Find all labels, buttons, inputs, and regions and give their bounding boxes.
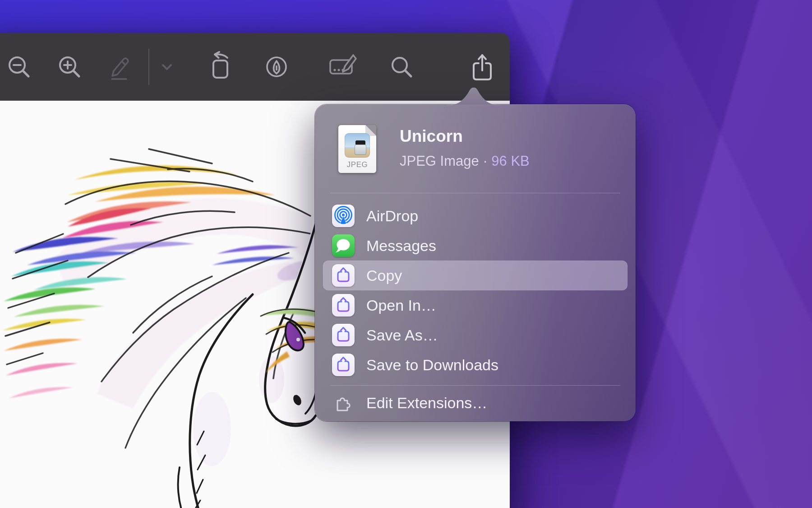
markup-button[interactable] [103,50,138,84]
messages-icon [332,234,355,257]
menu-item-copy[interactable]: Copy [323,261,627,290]
menu-item-label: AirDrop [366,207,418,225]
file-type-badge: JPEG [338,160,376,169]
file-thumbnail [345,133,370,158]
file-title: Unicorn [400,127,463,146]
annotate-pen-icon [260,51,293,83]
fill-sign-button[interactable] [324,50,358,84]
menu-item-airdrop[interactable]: AirDrop [323,201,627,231]
search-icon [387,52,416,81]
rotate-left-button[interactable] [203,50,237,84]
markup-options-button[interactable] [150,50,184,84]
share-button[interactable] [465,50,499,84]
chevron-down-icon [158,58,176,76]
menu-item-label: Save As… [366,326,438,344]
fill-sign-form-icon [324,50,358,84]
menu-item-label: Copy [366,267,402,284]
markup-pencil-icon [105,51,136,82]
ink-bottle [355,140,366,155]
share-icon [332,354,355,376]
zoom-in-button[interactable] [52,50,87,84]
toolbar-divider [148,49,149,85]
share-icon [332,264,355,287]
menu-item-label: Open In… [366,297,436,314]
file-meta: JPEG Image · 96 KB [400,153,530,169]
menu-item-messages[interactable]: Messages [323,231,627,261]
popover-header: JPEG Unicorn JPEG Image · 96 KB [315,104,636,193]
puzzle-icon [332,391,355,414]
share-popover: JPEG Unicorn JPEG Image · 96 KB AirDrop [315,104,636,421]
share-icon [332,324,355,346]
share-icon [332,294,355,317]
rotate-left-icon [204,51,236,83]
jpeg-file-icon: JPEG [338,125,376,173]
menu-item-open-in[interactable]: Open In… [323,290,627,320]
zoom-out-button[interactable] [2,50,36,84]
zoom-in-icon [55,52,84,81]
footer-separator [330,385,620,386]
toolbar [0,33,510,101]
share-icon [465,50,499,84]
menu-item-edit-extensions[interactable]: Edit Extensions… [323,389,627,417]
airdrop-icon [332,205,355,227]
file-kind: JPEG Image [400,153,479,169]
menu-item-save-to-downloads[interactable]: Save to Downloads [323,350,627,380]
file-size: 96 KB [491,153,529,169]
annotate-button[interactable] [259,50,294,84]
menu-item-label: Messages [366,237,436,255]
header-separator [330,193,620,193]
menu-item-label: Save to Downloads [366,356,498,374]
popover-arrow [447,88,501,105]
search-button[interactable] [384,50,419,84]
menu-item-save-as[interactable]: Save As… [323,320,627,350]
zoom-out-icon [5,52,33,81]
menu-item-label: Edit Extensions… [366,394,487,412]
meta-dot: · [483,153,487,169]
